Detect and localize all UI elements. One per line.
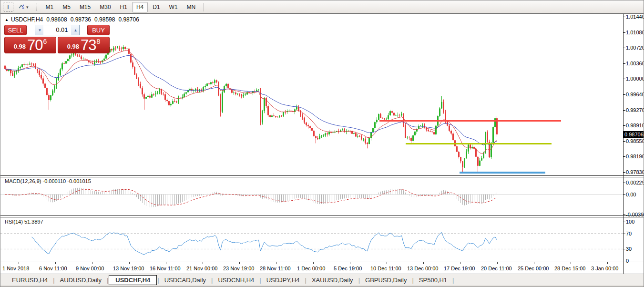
time-axis[interactable]: 1 Nov 20186 Nov 11:009 Nov 00:0013 Nov 1… bbox=[0, 262, 644, 275]
candle-body bbox=[132, 62, 133, 67]
candle-body bbox=[275, 116, 276, 117]
candle-body bbox=[185, 92, 187, 94]
chart-tab-bar: EURUSD,H4|AUDUSD,Daily|USDCHF,H4|USDCAD,… bbox=[0, 274, 644, 286]
candle-body bbox=[33, 64, 34, 66]
volume-increase-button[interactable]: ▲ bbox=[71, 25, 79, 35]
candle-body bbox=[124, 47, 126, 49]
chevron-down-icon: ▾ bbox=[26, 5, 29, 10]
candle-body bbox=[82, 59, 84, 59]
timeframe-button-w1[interactable]: W1 bbox=[165, 2, 182, 12]
chart-tab-xauusd-daily[interactable]: XAUUSD,Daily bbox=[307, 275, 358, 285]
timeframe-button-h4[interactable]: H4 bbox=[132, 2, 148, 12]
macd-tick-label: 0.002297 bbox=[626, 180, 644, 185]
candle-body bbox=[170, 104, 172, 105]
candle-body bbox=[368, 138, 370, 144]
time-tick-label: 21 Nov 00:00 bbox=[186, 266, 217, 271]
rsi-tick bbox=[623, 249, 625, 249]
price-tick-label: 0.98190 bbox=[626, 154, 644, 159]
candle-body bbox=[227, 84, 229, 88]
candle-body bbox=[71, 55, 72, 56]
chart-tab-sp500-h1[interactable]: SP500,H1 bbox=[414, 275, 452, 285]
objects-tool-button[interactable]: ▾ bbox=[17, 2, 30, 12]
candle-body bbox=[23, 64, 25, 65]
timeframe-button-mn[interactable]: MN bbox=[183, 2, 200, 12]
ma-slow-line[interactable] bbox=[5, 55, 497, 145]
candle-body bbox=[79, 56, 80, 57]
rsi-canvas[interactable] bbox=[0, 217, 623, 262]
candle-body bbox=[166, 100, 168, 102]
timeframe-button-d1[interactable]: D1 bbox=[148, 2, 164, 12]
candle-body bbox=[63, 63, 65, 64]
chart-tab-eurusd-h4[interactable]: EURUSD,H4 bbox=[7, 275, 52, 285]
time-tick bbox=[387, 262, 387, 264]
sell-price-tile[interactable]: 0.98 70 6 bbox=[4, 37, 56, 53]
candle-body bbox=[216, 80, 217, 82]
candle-body bbox=[69, 55, 71, 59]
volume-decrease-button[interactable]: ▼ bbox=[35, 25, 43, 35]
candle-body bbox=[235, 92, 236, 94]
candle-body bbox=[187, 90, 189, 92]
rsi-tick-label: 70 bbox=[626, 231, 632, 236]
price-tick-label: 1.01440 bbox=[626, 14, 644, 20]
candle-body bbox=[468, 145, 469, 152]
candle-body bbox=[325, 133, 326, 136]
candle-body bbox=[464, 158, 465, 167]
chart-tab-usdcnh-h4[interactable]: USDCNH,H4 bbox=[213, 275, 259, 285]
chart-tab-usdchf-h4[interactable]: USDCHF,H4 bbox=[109, 275, 157, 285]
candle-body bbox=[426, 127, 427, 130]
buy-price-tile[interactable]: 0.98 73 8 bbox=[58, 37, 110, 53]
candle-body bbox=[363, 139, 364, 140]
sell-button[interactable]: SELL bbox=[4, 25, 27, 35]
rsi-tick-label: 30 bbox=[626, 246, 632, 252]
time-tick bbox=[350, 262, 350, 264]
price-tick-label: 1.00360 bbox=[626, 61, 644, 66]
text-tool-button[interactable]: T bbox=[3, 2, 13, 12]
timeframe-button-m5[interactable]: M5 bbox=[58, 2, 75, 12]
chart-tab-audusd-daily[interactable]: AUDUSD,Daily bbox=[55, 275, 106, 285]
candle-body bbox=[35, 66, 36, 69]
timeframe-button-m15[interactable]: M15 bbox=[75, 2, 95, 12]
macd-canvas[interactable] bbox=[0, 177, 623, 215]
candle-body bbox=[460, 157, 461, 161]
candle-body bbox=[159, 89, 160, 92]
timeframe-button-h1[interactable]: H1 bbox=[116, 2, 132, 12]
candle-body bbox=[281, 116, 282, 116]
macd-tick bbox=[623, 195, 625, 195]
candle-body bbox=[367, 143, 368, 144]
candle-body bbox=[391, 111, 393, 113]
objects-tool-icon bbox=[18, 3, 25, 11]
tab-separator: | bbox=[452, 277, 454, 284]
candle-body bbox=[225, 84, 227, 86]
candle-body bbox=[111, 49, 112, 51]
timeframe-button-group: M1M5M15M30H1H4D1W1MN bbox=[41, 2, 201, 12]
macd-tick-label: -0.003904 bbox=[626, 212, 644, 217]
timeframe-button-m1[interactable]: M1 bbox=[41, 2, 58, 12]
candle-body bbox=[48, 95, 50, 100]
candle-body bbox=[103, 59, 105, 61]
candle-body bbox=[105, 55, 107, 59]
time-tick bbox=[607, 262, 608, 264]
candle-body bbox=[393, 113, 395, 116]
time-tick bbox=[239, 262, 240, 264]
timeframe-button-m30[interactable]: M30 bbox=[95, 2, 115, 12]
symbol-name: USDCHF,H4 bbox=[11, 16, 43, 23]
candle-body bbox=[494, 118, 496, 127]
candle-body bbox=[450, 131, 452, 133]
candle-body bbox=[243, 95, 244, 97]
time-tick-label: 1 Dec 00:00 bbox=[297, 266, 325, 271]
chart-tab-usdjpy-h4[interactable]: USDJPY,H4 bbox=[262, 275, 305, 285]
time-tick-label: 25 Dec 00:00 bbox=[518, 266, 549, 271]
buy-button[interactable]: BUY bbox=[87, 25, 110, 35]
time-tick-label: 28 Nov 11:00 bbox=[260, 266, 291, 271]
candle-body bbox=[204, 86, 206, 87]
ma-fast-line[interactable] bbox=[5, 51, 497, 154]
macd-tick-label: 0.00 bbox=[626, 192, 636, 197]
candle-body bbox=[142, 88, 143, 94]
volume-field[interactable]: 0.01 bbox=[43, 25, 71, 35]
time-tick-label: 5 Dec 19:00 bbox=[334, 266, 362, 271]
chart-tab-usdcad-daily[interactable]: USDCAD,Daily bbox=[160, 275, 211, 285]
chart-tab-gbpusd-daily[interactable]: GBPUSD,Daily bbox=[360, 275, 411, 285]
candle-body bbox=[65, 61, 67, 63]
time-tick-label: 3 Jan 00:00 bbox=[591, 266, 619, 271]
candle-body bbox=[164, 94, 166, 100]
